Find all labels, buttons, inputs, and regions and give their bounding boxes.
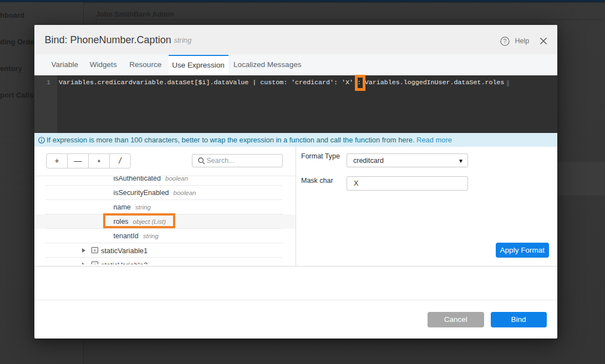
svg-text:?: ?: [503, 38, 506, 44]
